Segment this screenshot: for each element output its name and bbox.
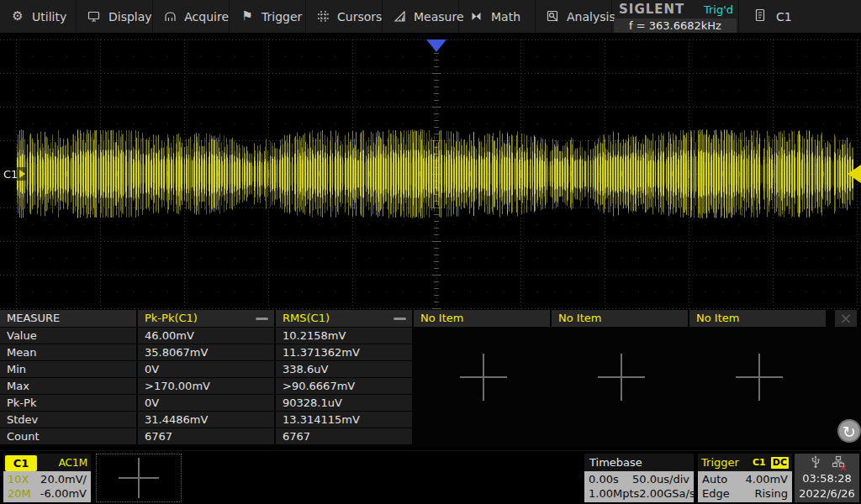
channel-offset-label: C1 xyxy=(3,168,18,181)
vertical-offset: -6.00mV xyxy=(40,487,87,501)
table-row: Pk-Pk 0V 90328.1uV xyxy=(0,395,861,411)
stat-value: 13.314115mV xyxy=(276,412,412,428)
vertical-scale: 20.0mV/ xyxy=(40,473,87,486)
analysis-icon xyxy=(547,10,559,23)
table-row: Mean 35.8067mV 11.371362mV xyxy=(0,344,861,360)
trigger-level: 4.00mV xyxy=(745,473,788,486)
oscilloscope-screen: ⚙ Utility Display Acquire ⚑ Trigger Curs… xyxy=(0,0,861,504)
stat-value: 46.00mV xyxy=(138,328,274,344)
close-measure-icon[interactable]: × xyxy=(835,310,857,327)
timebase-delay: 0.00s xyxy=(589,473,619,486)
measure-column-label: RMS(C1) xyxy=(283,310,330,327)
stat-value: 338.6uV xyxy=(276,361,412,377)
trigger-type: Edge xyxy=(702,487,730,501)
menu-item-acquire[interactable]: Acquire xyxy=(153,0,230,33)
add-channel-box[interactable] xyxy=(96,454,182,502)
math-icon xyxy=(470,10,483,23)
table-row: Max >170.00mV >90.6667mV xyxy=(0,378,861,394)
trigger-panel[interactable]: Trigger C1 DC Auto 4.00mV Edge Rising xyxy=(698,454,792,502)
stat-value: 35.8067mV xyxy=(138,344,274,360)
add-channel-icon xyxy=(119,458,159,498)
menu-item-label: Display xyxy=(108,10,152,24)
clipboard-icon xyxy=(754,8,766,24)
stat-label: Count xyxy=(0,428,136,444)
timebase-scale: 50.0us/div xyxy=(632,473,689,486)
stat-value: 6767 xyxy=(138,428,274,444)
stat-label: Mean xyxy=(0,344,136,360)
usb-icon xyxy=(810,454,821,472)
stat-label: Pk-Pk xyxy=(0,395,136,411)
flag-icon: ⚑ xyxy=(240,10,254,23)
clock-date: 2022/6/26 xyxy=(799,486,855,501)
table-row: Min 0V 338.6uV xyxy=(0,361,861,377)
stat-value: 10.2158mV xyxy=(276,328,412,344)
measure-ruler-icon xyxy=(394,10,406,23)
waveform-display[interactable] xyxy=(0,36,861,310)
stat-value: >170.00mV xyxy=(138,378,274,394)
table-row: Value 46.00mV 10.2158mV xyxy=(0,328,861,344)
measure-column-pkpk[interactable]: Pk-Pk(C1) xyxy=(138,310,274,327)
menu-item-label: Acquire xyxy=(184,10,229,24)
channel-badge: C1 xyxy=(5,455,37,471)
lan-icon: ✕ xyxy=(832,455,845,471)
active-channel-menu[interactable]: C1 xyxy=(738,0,861,33)
trigger-position-marker[interactable] xyxy=(426,39,446,52)
menu-item-label: Cursors xyxy=(337,10,382,24)
menu-item-label: Analysis xyxy=(567,10,615,24)
stat-value: 6767 xyxy=(276,428,412,444)
trigger-level-marker[interactable] xyxy=(848,165,861,183)
clock-time: 03:58:28 xyxy=(802,471,851,486)
measure-column-label: Pk-Pk(C1) xyxy=(145,310,198,327)
menu-item-label: Trigger xyxy=(261,10,302,24)
menu-item-analysis[interactable]: Analysis xyxy=(536,0,612,33)
measure-column-empty-3[interactable]: No Item xyxy=(689,310,826,327)
measure-column-empty-1[interactable]: No Item xyxy=(414,310,550,327)
menu-item-label: Utility xyxy=(32,10,66,24)
menu-item-label: Measure xyxy=(414,10,464,24)
add-measure-icon[interactable] xyxy=(460,354,507,401)
menu-item-trigger[interactable]: ⚑ Trigger xyxy=(230,0,306,33)
memory-depth: 1.00Mpts xyxy=(589,487,639,501)
table-row: Stdev 31.4486mV 13.314115mV xyxy=(0,412,861,428)
menu-item-math[interactable]: Math xyxy=(459,0,536,33)
stat-label: Max xyxy=(0,378,136,394)
menu-item-display[interactable]: Display xyxy=(77,0,153,33)
menu-item-utility[interactable]: ⚙ Utility xyxy=(0,0,77,33)
active-channel-label: C1 xyxy=(776,10,792,24)
menu-item-cursors[interactable]: Cursors xyxy=(306,0,383,33)
reset-statistics-icon[interactable]: ↻ xyxy=(837,419,861,443)
channel-arrow-icon xyxy=(19,170,25,178)
add-measure-icon[interactable] xyxy=(598,354,645,401)
channel-offset-marker[interactable]: C1 xyxy=(2,167,27,181)
table-row: Count 6767 6767 xyxy=(0,428,861,444)
menu-item-measure[interactable]: Measure xyxy=(383,0,459,33)
measure-column-empty-2[interactable]: No Item xyxy=(552,310,688,327)
stat-value: 31.4486mV xyxy=(138,412,274,428)
display-icon xyxy=(87,10,101,23)
stat-value: >90.6667mV xyxy=(276,378,412,394)
trigger-status-badge: Trig'd xyxy=(704,3,733,16)
menu-item-label: Math xyxy=(491,10,520,24)
remove-measure-icon[interactable] xyxy=(256,318,268,320)
frequency-readout: f = 363.6682kHz xyxy=(614,18,737,33)
channel-1-panel[interactable]: C1 AC1M 10X 20.0mV/ 20M -6.00mV xyxy=(3,454,91,502)
measure-header-row: MEASURE Pk-Pk(C1) RMS(C1) No Item No Ite… xyxy=(0,310,861,327)
stat-label: Stdev xyxy=(0,412,136,428)
cursors-icon xyxy=(317,10,330,23)
stat-value: 90328.1uV xyxy=(276,395,412,411)
stat-label: Value xyxy=(0,328,136,344)
stat-value: 0V xyxy=(138,395,274,411)
brand-status-block: SIGLENT Trig'd f = 363.6682kHz xyxy=(612,0,738,33)
measure-column-rms[interactable]: RMS(C1) xyxy=(276,310,412,327)
siglent-logo: SIGLENT xyxy=(619,2,684,17)
stat-label: Min xyxy=(0,361,136,377)
trigger-slope: Rising xyxy=(754,487,788,501)
bandwidth-limit: 20M xyxy=(8,487,31,501)
measure-title: MEASURE xyxy=(0,310,136,327)
acquire-icon xyxy=(164,10,177,23)
stat-value: 11.371362mV xyxy=(276,344,412,360)
add-measure-icon[interactable] xyxy=(736,354,783,401)
menu-bar: ⚙ Utility Display Acquire ⚑ Trigger Curs… xyxy=(0,0,861,35)
timebase-panel[interactable]: Timebase 0.00s 50.0us/div 1.00Mpts 2.00G… xyxy=(584,454,694,502)
remove-measure-icon[interactable] xyxy=(394,318,406,320)
